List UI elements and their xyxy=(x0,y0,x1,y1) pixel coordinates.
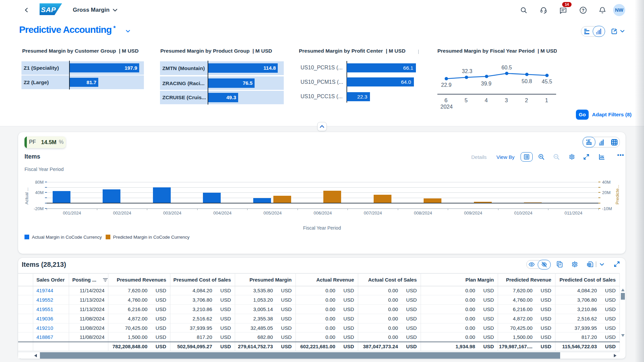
svg-text:?: ? xyxy=(582,8,585,13)
svg-text:SAP: SAP xyxy=(41,6,56,13)
